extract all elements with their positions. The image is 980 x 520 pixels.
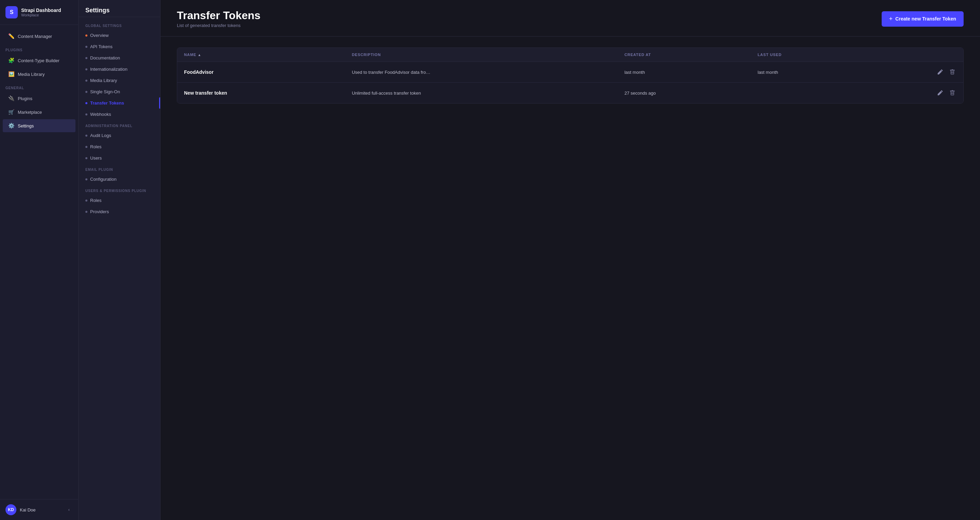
main-header: Transfer Tokens List of generated transf… [161,0,980,37]
dot-icon [85,178,88,180]
dot-icon [85,113,88,115]
dot-icon [85,46,88,48]
col-name[interactable]: NAME ▲ [177,48,345,62]
settings-item-configuration[interactable]: Configuration [78,174,160,185]
trash-icon [950,90,955,96]
pencil-icon [937,69,943,75]
dot-icon [85,211,88,213]
settings-item-transfer-tokens[interactable]: Transfer Tokens [78,97,160,108]
token-created-at-cell: 27 seconds ago [618,83,751,104]
sidebar-item-settings[interactable]: ⚙️ Settings [3,119,75,132]
create-transfer-token-button[interactable]: + Create new Transfer Token [882,11,964,27]
users-permissions-label: USERS & PERMISSIONS PLUGIN [78,185,160,195]
settings-item-label: Roles [90,198,102,203]
col-created-at: CREATED AT [618,48,751,62]
token-last-used-cell: last month [751,62,862,83]
settings-item-roles[interactable]: Roles [78,141,160,152]
global-settings-label: GLOBAL SETTINGS [78,20,160,30]
sidebar-item-label: Settings [18,123,34,128]
page-subtitle: List of generated transfer tokens [177,23,261,28]
settings-item-users[interactable]: Users [78,152,160,164]
token-description-cell: Unlimited full-access transfer token [345,83,617,104]
token-description-cell: Used to transfer FoodAdvisor data fro… [345,62,617,83]
settings-panel: Settings GLOBAL SETTINGS Overview API To… [78,0,161,520]
settings-item-label: Documentation [90,55,120,61]
settings-item-audit-logs[interactable]: Audit Logs [78,130,160,141]
cart-icon: 🛒 [8,109,14,115]
sidebar-item-label: Content-Type Builder [18,58,59,63]
sidebar-item-plugins[interactable]: 🔌 Plugins [3,92,75,105]
settings-item-documentation[interactable]: Documentation [78,52,160,64]
create-button-label: Create new Transfer Token [895,16,956,22]
table-row: FoodAdvisor Used to transfer FoodAdvisor… [177,62,963,83]
user-name: Kai Doe [20,507,62,512]
app-subtitle: Workplace [21,13,61,17]
settings-item-label: Configuration [90,177,116,182]
token-actions-cell [862,62,963,83]
table-header: NAME ▲ DESCRIPTION CREATED AT LAST USED [177,48,963,62]
dot-icon [85,57,88,59]
sidebar-item-content-manager[interactable]: ✏️ Content Manager [3,30,75,43]
settings-item-label: Transfer Tokens [90,100,124,105]
sidebar-item-media-library[interactable]: 🖼️ Media Library [3,68,75,81]
settings-item-label: API Tokens [90,44,113,49]
dot-icon [85,102,88,104]
settings-item-webhooks[interactable]: Webhooks [78,108,160,120]
delete-token-button[interactable] [948,68,956,76]
settings-item-single-sign-on[interactable]: Single Sign-On [78,86,160,97]
main-content: Transfer Tokens List of generated transf… [161,0,980,520]
col-actions [862,48,963,62]
sidebar-item-marketplace[interactable]: 🛒 Marketplace [3,105,75,118]
col-last-used: LAST USED [751,48,862,62]
sort-icon: ▲ [198,53,202,57]
settings-item-label: Overview [90,33,108,38]
edit-token-button[interactable] [936,68,944,76]
token-last-used-cell [751,83,862,104]
sidebar-item-label: Plugins [18,96,32,101]
settings-item-roles-permissions[interactable]: Roles [78,195,160,206]
dot-icon [85,135,88,137]
app-title: Strapi Dashboard [21,8,61,13]
sidebar-item-label: Marketplace [18,110,42,115]
app-logo: S [5,6,18,18]
transfer-tokens-table-container: NAME ▲ DESCRIPTION CREATED AT LAST USED [177,48,964,104]
settings-item-api-tokens[interactable]: API Tokens [78,41,160,52]
settings-item-label: Single Sign-On [90,89,120,94]
sidebar-item-content-type-builder[interactable]: 🧩 Content-Type Builder [3,54,75,67]
dot-icon [85,69,88,70]
settings-item-label: Roles [90,144,102,149]
page-title-area: Transfer Tokens List of generated transf… [177,10,261,28]
settings-panel-title: Settings [78,0,160,17]
sidebar-item-label: Content Manager [18,34,52,39]
dot-icon [85,80,88,82]
settings-item-providers[interactable]: Providers [78,206,160,217]
trash-icon [950,69,955,75]
col-description: DESCRIPTION [345,48,617,62]
token-actions-cell [862,83,963,104]
token-created-at-cell: last month [618,62,751,83]
settings-item-label: Users [90,155,102,161]
pencil-icon [937,90,943,96]
edit-token-button[interactable] [936,89,944,97]
transfer-tokens-table: NAME ▲ DESCRIPTION CREATED AT LAST USED [177,48,963,103]
collapse-button[interactable]: ‹ [65,506,73,514]
general-section-label: GENERAL [0,81,78,91]
dot-icon [85,35,88,37]
settings-item-internationalization[interactable]: Internationalization [78,64,160,75]
plugins-section-label: PLUGINS [0,43,78,53]
settings-item-overview[interactable]: Overview [78,30,160,41]
sidebar-header: S Strapi Dashboard Workplace [0,0,78,25]
sidebar-item-label: Media Library [18,72,45,77]
sidebar-footer: KD Kai Doe ‹ [0,499,78,520]
admin-panel-label: ADMINISTRATION PANEL [78,120,160,130]
avatar: KD [5,504,16,515]
settings-item-media-library[interactable]: Media Library [78,75,160,86]
app-title-group: Strapi Dashboard Workplace [21,8,61,17]
delete-token-button[interactable] [948,89,956,97]
settings-item-label: Audit Logs [90,133,111,138]
edit-icon: ✏️ [8,33,14,39]
email-plugin-label: EMAIL PLUGIN [78,164,160,174]
token-name-cell: New transfer token [177,83,345,104]
puzzle-icon: 🧩 [8,57,14,64]
settings-item-label: Media Library [90,78,117,83]
